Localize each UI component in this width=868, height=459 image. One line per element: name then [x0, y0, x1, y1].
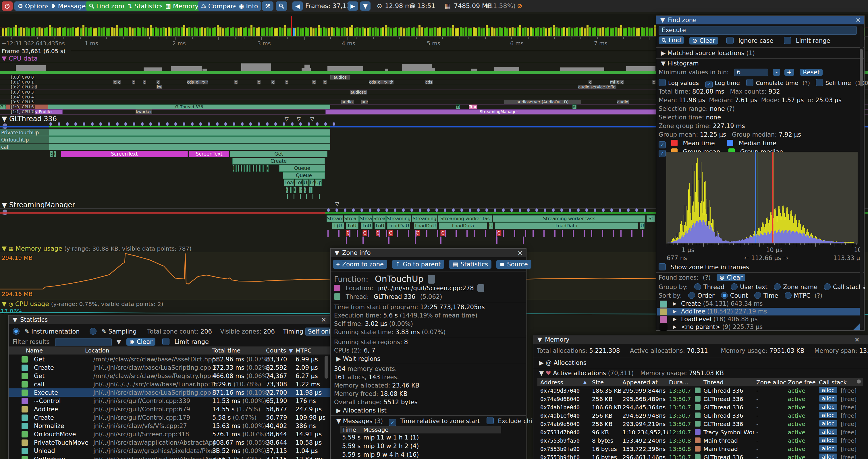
- alloc-thread[interactable]: GLThread 336: [704, 387, 754, 394]
- help-icon[interactable]: (?): [703, 274, 711, 281]
- sample-dot[interactable]: [249, 122, 252, 126]
- help-icon[interactable]: (?): [727, 105, 735, 112]
- zone[interactable]: LoadDaU: [414, 223, 437, 229]
- zone-name[interactable]: PrivateTouchMove: [34, 439, 89, 446]
- table-row[interactable]: Get/mnt/e/claw/src/claw/base/AssetDict.h…: [9, 355, 330, 363]
- cpu-process-chip[interactable]: audio: [617, 100, 629, 104]
- close-icon[interactable]: ✕: [855, 336, 860, 343]
- found-zone-row[interactable]: ▶<no parent> (9) 225.73 µs: [657, 323, 860, 331]
- sampling-label[interactable]: Sampling: [108, 328, 136, 335]
- cpu-process-chip[interactable]: audio.service (effect): [578, 85, 616, 89]
- zone[interactable]: Queue: [283, 172, 325, 179]
- memory-button[interactable]: ▦Memory: [162, 1, 202, 11]
- clear-button[interactable]: ⊘Clear: [689, 37, 718, 44]
- alloc-callstack-button[interactable]: alloc: [819, 395, 837, 402]
- sampling-radio[interactable]: [90, 328, 96, 335]
- sample-dot[interactable]: [394, 208, 396, 212]
- clear-filter-button[interactable]: ⊗Clear: [126, 338, 155, 346]
- allocation-row[interactable]: 0x74a9d68040256 KB295,668,489ns13:50.7GL…: [537, 395, 868, 403]
- found-zone-name[interactable]: LoadLevel (18) 406.88 µs: [681, 316, 758, 323]
- self-time-checkbox[interactable]: [816, 79, 823, 86]
- thread-value[interactable]: GLThread 336: [374, 293, 415, 300]
- memory-table-header[interactable]: Address ▲ Size Appeared at Dura... Threa…: [537, 378, 863, 386]
- sample-dot[interactable]: [66, 122, 69, 126]
- sample-dot[interactable]: [316, 122, 318, 126]
- zone[interactable]: LoaU: [284, 179, 294, 186]
- expand-icon[interactable]: ▶: [673, 308, 676, 314]
- zone[interactable]: ScreenText: [61, 151, 188, 157]
- cpu-process-chip[interactable]: audioser: [350, 90, 367, 94]
- sample-dot[interactable]: [333, 122, 335, 126]
- cpu-process-chip[interactable]: c: [323, 80, 327, 85]
- zone-info-titlebar[interactable]: ▼ Zone info: [331, 249, 526, 257]
- group-by-option-label[interactable]: User text: [740, 284, 768, 291]
- zone-name[interactable]: Get: [34, 372, 44, 380]
- sample-dot[interactable]: [544, 208, 546, 212]
- table-row[interactable]: Createjni/../jni/src/claw/base/LuaScript…: [9, 363, 330, 372]
- sort-by-option-label[interactable]: MTPC: [794, 292, 811, 299]
- find-zone-scrollbar[interactable]: [860, 26, 863, 329]
- zone[interactable]: Lo: [309, 179, 314, 186]
- zone[interactable]: [244, 165, 245, 172]
- sample-dot[interactable]: [141, 122, 144, 126]
- zone[interactable]: LoU: [346, 223, 359, 229]
- sample-dot[interactable]: [569, 208, 571, 212]
- zone[interactable]: [256, 165, 257, 172]
- zone[interactable]: Strea: [359, 215, 373, 222]
- sample-dot[interactable]: [610, 208, 613, 212]
- alloc-thread[interactable]: Main thread: [704, 446, 754, 452]
- alloc-thread[interactable]: Main thread: [704, 437, 754, 444]
- sample-dot[interactable]: [377, 208, 380, 212]
- wait-regions-toggle[interactable]: ▶ Wait regions: [336, 355, 380, 362]
- go-to-parent-button[interactable]: ↑Go to parent: [392, 260, 444, 269]
- messages-table-header[interactable]: Time Message: [340, 426, 501, 433]
- sample-dot[interactable]: [327, 208, 330, 212]
- time-relative-label[interactable]: Time relative to zone start: [400, 418, 480, 425]
- alloc-thread[interactable]: GLThread 336: [704, 412, 754, 419]
- sample-dot[interactable]: [427, 208, 430, 212]
- sample-dot[interactable]: [158, 122, 160, 126]
- table-row[interactable]: Unloadjni/../jni/src/claw/graphics/pixel…: [9, 447, 330, 455]
- zone[interactable]: Up: [315, 179, 322, 186]
- sample-dot[interactable]: [602, 208, 604, 212]
- sort-by-radio-mtpc[interactable]: [785, 292, 792, 299]
- message-row[interactable]: 5.59 smip 10 w 2 h 2 (4): [340, 442, 524, 451]
- collapsed-zone-marker[interactable]: ▽: [297, 116, 301, 122]
- sort-by-option-label[interactable]: Order: [698, 292, 715, 299]
- table-row[interactable]: Createjni/../jni/src/guif/Control.cpp:17…: [9, 413, 330, 422]
- cpu-process-chip[interactable]: audioserver (AudioOut_D): [504, 100, 581, 104]
- zone[interactable]: C: [388, 230, 393, 236]
- statistics-titlebar[interactable]: ▼ Statistics: [9, 316, 330, 324]
- allocation-row[interactable]: 0x74ab9e5040256 KB293,994,219ns13:50.7GL…: [537, 420, 868, 428]
- sample-dot[interactable]: [149, 122, 152, 126]
- allocation-row[interactable]: 0x7553b9fbf016 bytes296,661,146ns13:50.7…: [537, 453, 868, 459]
- cpu-thread-zone[interactable]: StreamingManager: [326, 109, 673, 114]
- sample-dot[interactable]: [594, 208, 596, 212]
- alloc-thread[interactable]: Tracy Symbol Worke: [704, 429, 754, 436]
- sort-by-radio-order[interactable]: [688, 292, 695, 299]
- alloc-address[interactable]: 0x74a9d37040: [540, 388, 580, 394]
- zone-name[interactable]: Execute: [34, 389, 58, 396]
- min-bin-input[interactable]: 6: [734, 69, 768, 76]
- cpu-process-chip[interactable]: cds_: [425, 80, 433, 85]
- zone[interactable]: LoU: [361, 223, 373, 229]
- sample-dot[interactable]: [636, 208, 638, 212]
- sample-dot[interactable]: [308, 122, 310, 126]
- allocation-row[interactable]: 0x74a9d37040186.35 KB295,999,844ns13:50.…: [537, 386, 868, 395]
- memory-plot-header[interactable]: ▼ ▦ Memory usage (y-range: 30.88 KB, vis…: [2, 245, 192, 252]
- cpu-process-chip[interactable]: kw: [157, 85, 162, 89]
- alloc-callstack-button[interactable]: alloc: [819, 420, 837, 427]
- table-row[interactable]: Executejni/../jni/src/claw/base/LuaScrip…: [9, 388, 330, 397]
- alloc-callstack-button[interactable]: alloc: [819, 387, 837, 393]
- sample-dot[interactable]: [519, 208, 521, 212]
- zone[interactable]: ScreenText: [189, 151, 229, 157]
- sample-dot[interactable]: [283, 122, 285, 126]
- zone-name[interactable]: Create: [34, 414, 54, 421]
- table-row[interactable]: Normalizejni/../jni/src/claw/vfs/Vfs.cpp…: [9, 422, 330, 430]
- zone-name[interactable]: Create: [34, 364, 54, 371]
- cpu-process-chip[interactable]: cds_ol_rx_thr: [187, 80, 208, 85]
- sort-by-radio-count[interactable]: [721, 292, 728, 299]
- mute-icon[interactable]: ⊘: [517, 2, 522, 9]
- zone[interactable]: Stream: [327, 215, 343, 222]
- sample-dot[interactable]: [352, 208, 355, 212]
